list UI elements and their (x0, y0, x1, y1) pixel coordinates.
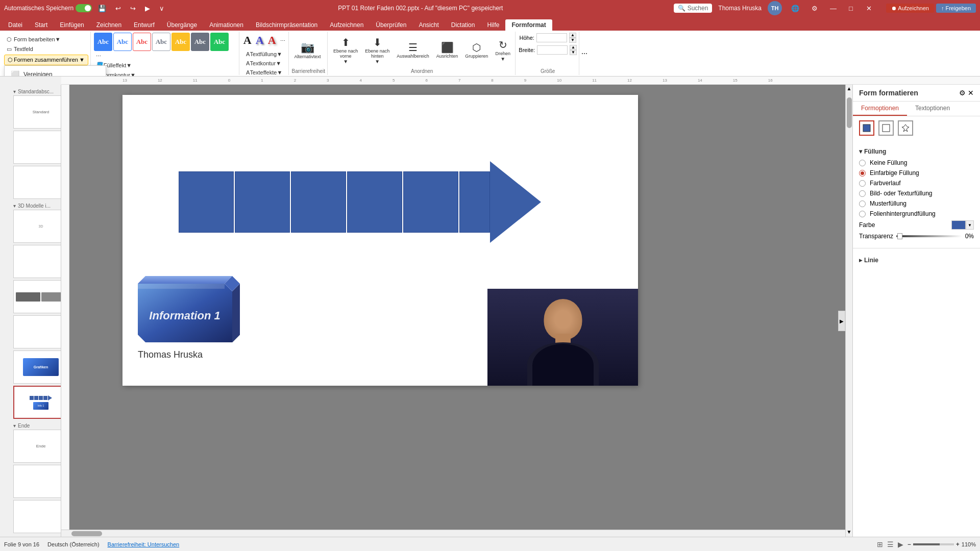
tab-formformat[interactable]: Formformat (505, 19, 552, 31)
ribbon-collapse-btn[interactable]: ⋯ (580, 32, 589, 75)
tab-animationen[interactable]: Animationen (203, 19, 250, 31)
color-dropdown-btn[interactable]: ▼ (966, 220, 974, 230)
shape-style-7[interactable]: Abc (210, 33, 229, 51)
transparency-slider[interactable] (896, 235, 962, 237)
auswahlbereich-btn[interactable]: ☰ Auswahlbereich (394, 40, 432, 60)
tab-textoptionen[interactable]: Textoptionen (907, 102, 958, 116)
zoom-slider[interactable] (913, 543, 954, 545)
user-avatar[interactable]: TH (768, 1, 782, 15)
gruppieren-btn[interactable]: ⬡ Gruppieren (462, 40, 491, 60)
close-btn[interactable]: ✕ (862, 4, 876, 13)
shape-style-4[interactable]: Abc (152, 33, 170, 51)
wordart-shadow[interactable]: A (255, 33, 265, 48)
linie-section-title[interactable]: ▸ Linie (859, 257, 974, 264)
textfuellung-btn[interactable]: A Textfüllung▼ (243, 50, 285, 58)
more-styles-btn[interactable]: ⋯ (94, 52, 103, 60)
vscrollbar[interactable]: ▲ ▼ (845, 85, 852, 537)
slideshow-view-btn[interactable]: ▶ (898, 540, 903, 548)
hscrollbar[interactable] (61, 530, 845, 537)
normal-view-btn[interactable]: ⊞ (877, 540, 883, 548)
formen-zusammenfuehren-btn[interactable]: ⬡ Formen zusammenführen ▼ (4, 55, 88, 65)
slide-thumb-7[interactable] (13, 315, 61, 348)
ebene-vor-btn[interactable]: ⬆ Ebene nachvorne ▼ (331, 35, 360, 66)
slide-thumb-2[interactable] (13, 131, 61, 164)
tab-datei[interactable]: Datei (2, 19, 29, 31)
tab-entwurf[interactable]: Entwurf (128, 19, 161, 31)
panel-collapse-btn[interactable]: ▶ (838, 311, 845, 331)
slide-canvas[interactable]: Information 1 Thomas Hruska (122, 95, 638, 386)
tab-einfuegen[interactable]: Einfügen (54, 19, 90, 31)
search-bar[interactable]: 🔍 Suchen (674, 4, 713, 13)
shape-style-1[interactable]: Abc (94, 33, 112, 51)
fullung-section-title[interactable]: ▾ Füllung (859, 148, 974, 155)
shape-icon-fill[interactable] (859, 120, 874, 136)
fill-option-keine[interactable]: Keine Füllung (859, 159, 974, 166)
breite-down[interactable]: ▼ (570, 50, 577, 55)
fill-option-bild[interactable]: Bild- oder Texturfüllung (859, 190, 974, 197)
autosave-switch[interactable] (76, 4, 92, 12)
canvas-area[interactable]: Information 1 Thomas Hruska (61, 85, 852, 537)
fill-option-einfarbig[interactable]: Einfarbige Füllung (859, 169, 974, 177)
section-collapse-3d[interactable]: ▾ (13, 203, 16, 209)
section-collapse-ende[interactable]: ▾ (13, 423, 16, 429)
section-collapse-icon[interactable]: ▾ (13, 89, 16, 94)
tab-ansicht[interactable]: Ansicht (412, 19, 445, 31)
shape-icon-line[interactable] (878, 120, 894, 136)
slide-thumb-8[interactable]: Grafiken (13, 350, 61, 384)
outline-view-btn[interactable]: ☰ (887, 540, 894, 548)
slide-thumb-5[interactable] (13, 245, 61, 278)
color-swatch[interactable] (951, 220, 966, 230)
shape-style-3[interactable]: Abc (133, 33, 151, 51)
tab-uebergaenge[interactable]: Übergänge (161, 19, 203, 31)
redo-btn[interactable]: ↪ (127, 4, 139, 13)
autosave-toggle[interactable]: Automatisches Speichern (4, 4, 92, 12)
fill-option-farbverlauf[interactable]: Farbverlauf (859, 180, 974, 187)
radio-einfarbig[interactable] (859, 170, 866, 177)
zoom-out-btn[interactable]: − (908, 541, 911, 548)
info-button-3d[interactable]: Information 1 (130, 276, 240, 352)
slide-thumb-4[interactable]: 3D (13, 210, 61, 243)
save-btn[interactable]: 💾 (95, 4, 109, 13)
hoehe-input[interactable] (536, 33, 567, 42)
scroll-down-btn[interactable]: ▼ (846, 528, 852, 536)
breite-input[interactable] (537, 45, 568, 55)
fill-option-muster[interactable]: Musterfüllung (859, 200, 974, 207)
breite-up[interactable]: ▲ (570, 45, 577, 50)
fill-option-folienhintergrund[interactable]: Folienhintergrundfüllung (859, 210, 974, 217)
freigeben-btn[interactable]: ↑ Freigeben (936, 4, 976, 13)
tab-start[interactable]: Start (29, 19, 54, 31)
minimize-btn[interactable]: — (827, 4, 840, 13)
slide-thumb-1[interactable]: Standard (13, 95, 61, 129)
tab-ueberpruefen[interactable]: Überprüfen (370, 19, 412, 31)
drehen-btn[interactable]: ↻ Drehen ▼ (493, 37, 513, 63)
shape-icon-effect[interactable] (898, 120, 913, 136)
settings-icon[interactable]: ⚙ (808, 4, 821, 13)
radio-muster[interactable] (859, 201, 866, 207)
slide-thumb-3[interactable] (13, 166, 61, 199)
ebene-hint-btn[interactable]: ⬇ Ebene nachhinten ▼ (362, 35, 392, 66)
slide-thumb-9[interactable]: Info 1 (13, 386, 61, 419)
radio-bild[interactable] (859, 190, 866, 197)
share-icon[interactable]: 🌐 (788, 4, 802, 13)
radio-keine[interactable] (859, 160, 866, 166)
slide-thumb-6[interactable] (13, 280, 61, 313)
slide-thumb-12[interactable] (13, 500, 61, 533)
formkontur-btn[interactable]: ⬡ Formkontur▼ (94, 70, 237, 77)
alternativtext-btn[interactable]: 📷 Alternativtext (292, 39, 324, 61)
textfeld-btn[interactable]: ▭ Textfeld (4, 45, 88, 54)
fuelleffekt-btn[interactable]: 🪣 Fülleffekt▼ (94, 61, 237, 69)
radio-folienhintergrund[interactable] (859, 211, 866, 217)
ausrichten-btn[interactable]: ⬛ Ausrichten (434, 40, 461, 60)
hscroll-thumb[interactable] (71, 531, 102, 536)
maximize-btn[interactable]: □ (846, 4, 856, 13)
tab-dictation[interactable]: Dictation (445, 19, 481, 31)
scroll-up-btn[interactable]: ▲ (846, 85, 852, 92)
tab-aufzeichnen[interactable]: Aufzeichnen (324, 19, 370, 31)
more-btn[interactable]: ∨ (156, 4, 167, 13)
wordart-plain[interactable]: A (242, 33, 253, 48)
panel-close-icon[interactable]: ✕ (968, 89, 974, 97)
tab-formoptionen[interactable]: Formoptionen (853, 102, 907, 116)
panel-settings-icon[interactable]: ⚙ (959, 89, 966, 97)
tab-bildschirm[interactable]: Bildschirmpräsentation (250, 19, 324, 31)
shape-style-5[interactable]: Abc (172, 33, 190, 51)
